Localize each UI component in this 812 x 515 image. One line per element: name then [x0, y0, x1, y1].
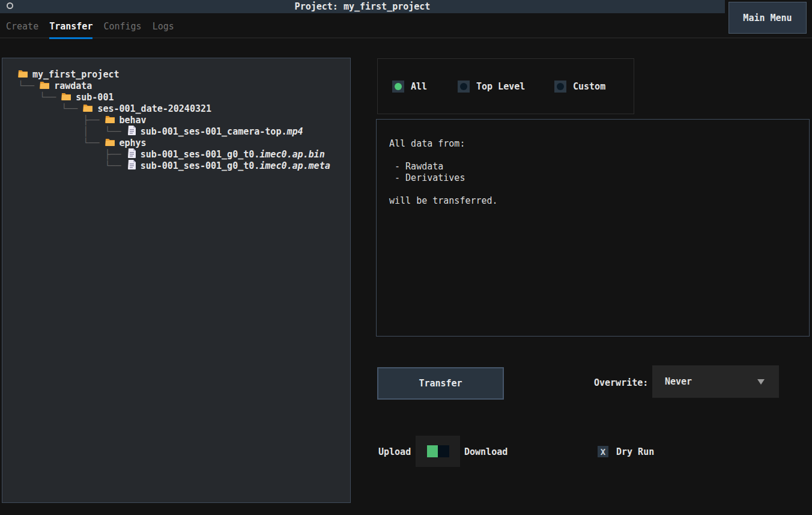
tree-guide: └── [18, 138, 105, 148]
tab-logs[interactable]: Logs [153, 13, 174, 39]
radio-dot [460, 83, 467, 90]
dry-run-checkbox[interactable]: X [598, 446, 608, 457]
tree-item-label: sub-001 [76, 92, 114, 103]
radio-custom-label: Custom [573, 81, 605, 92]
radio-top-level-button[interactable] [458, 81, 470, 93]
chevron-down-icon [757, 379, 765, 385]
radio-custom[interactable]: Custom [554, 81, 605, 93]
tree-row[interactable]: └── rawdata [18, 80, 350, 91]
upload-download-toggle[interactable] [416, 436, 460, 467]
file-icon [128, 126, 136, 138]
folder-icon [40, 81, 50, 91]
tab-bar: Create Transfer Configs Logs [0, 13, 174, 39]
overwrite-selected-value: Never [665, 376, 692, 387]
tab-create[interactable]: Create [6, 13, 38, 39]
radio-custom-button[interactable] [554, 81, 566, 93]
tree-item-label: my_first_project [32, 69, 120, 80]
tree-item-label: behav [120, 115, 147, 126]
header-bar: Project: my_first_project [0, 0, 725, 13]
file-icon [128, 148, 136, 160]
folder-icon [18, 69, 28, 80]
tree-guide: └── [18, 160, 127, 171]
tree-item-label: rawdata [54, 81, 92, 91]
tree-item-ext: imec0.ap.meta [259, 160, 330, 171]
folder-icon [105, 115, 115, 126]
tree-guide: └── [18, 81, 40, 91]
radio-all-button[interactable] [392, 81, 404, 93]
tab-transfer[interactable]: Transfer [49, 13, 92, 39]
page-title: Project: my_first_project [0, 0, 725, 13]
tree-guide: └── [18, 103, 83, 114]
transfer-info-text: All data from: - Rawdata - Derivatives w… [389, 138, 498, 207]
tree-item-label: ses-001_date-20240321 [97, 103, 211, 114]
main-menu-button[interactable]: Main Menu [729, 2, 807, 34]
tree-row[interactable]: my_first_project [18, 69, 350, 80]
tree-item-label: sub-001_ses-001_camera-top. [141, 126, 287, 137]
radio-dot [395, 83, 402, 90]
dry-run-label: Dry Run [616, 446, 654, 458]
tree-row[interactable]: └── sub-001 [18, 91, 350, 103]
tree-row[interactable]: │ └── sub-001_ses-001_camera-top.mp4 [18, 126, 350, 137]
transfer-button[interactable]: Transfer [377, 367, 504, 400]
radio-dot [557, 83, 564, 90]
radio-all-label: All [411, 81, 427, 92]
overwrite-select[interactable]: Never [652, 365, 779, 398]
tree-guide: │ └── [18, 126, 127, 137]
toggle-switch [427, 445, 449, 457]
tree-row[interactable]: └── ses-001_date-20240321 [18, 103, 350, 114]
tree-item-ext: imec0.ap.bin [259, 149, 324, 160]
tab-configs[interactable]: Configs [103, 13, 141, 39]
radio-top-level[interactable]: Top Level [458, 81, 525, 93]
download-label: Download [464, 446, 507, 458]
radio-top-level-label: Top Level [476, 81, 525, 92]
tree-row[interactable]: ├── behav [18, 114, 350, 126]
tree-row[interactable]: └── ephys [18, 137, 350, 148]
tree-guide: ├── [18, 149, 127, 160]
radio-all[interactable]: All [392, 81, 427, 93]
tree-guide: └── [18, 92, 61, 103]
transfer-info-panel: All data from: - Rawdata - Derivatives w… [376, 119, 810, 337]
transfer-scope-radioset: All Top Level Custom [377, 58, 634, 114]
directory-tree[interactable]: my_first_project └── rawdata └── sub-001… [2, 58, 351, 503]
tree-guide: ├── [18, 115, 105, 126]
file-icon [128, 160, 136, 172]
upload-label: Upload [378, 446, 411, 458]
tree-item-ext: mp4 [286, 126, 303, 137]
tree-row[interactable]: └── sub-001_ses-001_g0_t0.imec0.ap.meta [18, 160, 350, 171]
tree-row[interactable]: ├── sub-001_ses-001_g0_t0.imec0.ap.bin [18, 148, 350, 160]
tree-item-label: ephys [120, 138, 147, 148]
overwrite-label: Overwrite: [594, 377, 648, 389]
toggle-off-segment [438, 445, 449, 457]
folder-icon [105, 138, 115, 148]
toggle-on-segment [427, 445, 438, 457]
folder-icon [61, 92, 71, 103]
folder-icon [83, 103, 93, 114]
tree-item-label: sub-001_ses-001_g0_t0. [141, 149, 260, 160]
tree-item-label: sub-001_ses-001_g0_t0. [141, 160, 260, 171]
